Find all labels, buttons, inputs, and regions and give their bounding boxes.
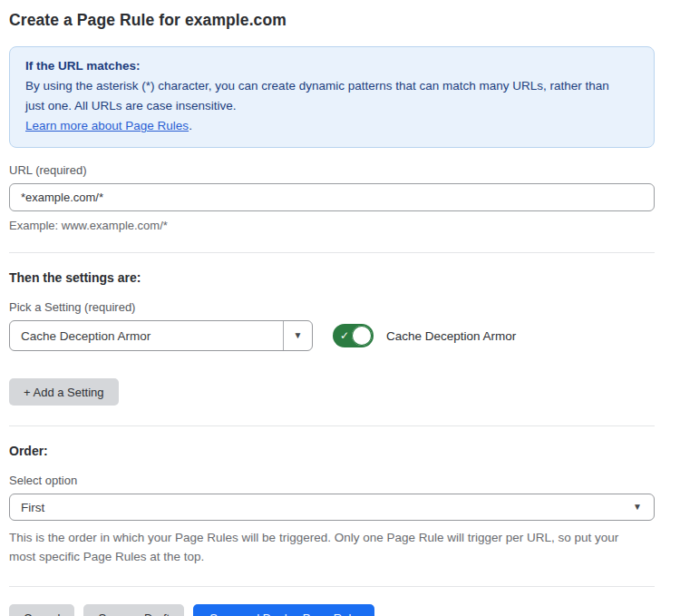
order-select-value: First [10, 501, 633, 514]
toggle-knob [352, 326, 372, 346]
pick-setting-label: Pick a Setting (required) [9, 300, 655, 314]
url-field-label: URL (required) [9, 163, 655, 177]
info-box-body: By using the asterisk (*) character, you… [25, 76, 624, 116]
setting-select-arrow-section[interactable]: ▼ [283, 321, 312, 350]
chevron-down-icon: ▼ [294, 331, 303, 340]
chevron-down-icon: ▼ [633, 503, 654, 512]
learn-more-link[interactable]: Learn more about Page Rules [25, 119, 189, 132]
footer-actions: Cancel Save as Draft Save and Deploy Pag… [9, 604, 655, 616]
order-select[interactable]: First ▼ [9, 494, 655, 521]
setting-select-value: Cache Deception Armor [10, 329, 283, 343]
divider [9, 586, 655, 587]
link-suffix: . [189, 119, 192, 132]
save-as-draft-button[interactable]: Save as Draft [83, 604, 184, 616]
toggle-label: Cache Deception Armor [386, 329, 516, 343]
settings-section-heading: Then the settings are: [9, 270, 655, 285]
cache-deception-armor-toggle[interactable]: ✓ [333, 324, 374, 347]
checkmark-icon: ✓ [340, 329, 349, 342]
url-example-helper: Example: www.example.com/* [9, 219, 655, 232]
order-select-label: Select option [9, 474, 655, 487]
cancel-button[interactable]: Cancel [9, 604, 74, 616]
divider [9, 425, 655, 426]
order-section-heading: Order: [9, 444, 655, 458]
setting-row: Cache Deception Armor ▼ ✓ Cache Deceptio… [9, 320, 655, 351]
url-match-info-box: If the URL matches: By using the asteris… [9, 46, 655, 148]
url-input[interactable] [9, 183, 655, 211]
save-and-deploy-button[interactable]: Save and Deploy Page Rule [193, 604, 374, 616]
info-box-link-line: Learn more about Page Rules. [25, 116, 638, 136]
create-page-rule-form: Create a Page Rule for example.com If th… [0, 0, 680, 616]
order-helper-text: This is the order in which your Page Rul… [9, 528, 648, 566]
add-setting-button[interactable]: + Add a Setting [9, 378, 119, 406]
divider [9, 252, 655, 253]
page-title: Create a Page Rule for example.com [9, 11, 655, 30]
info-box-heading: If the URL matches: [25, 56, 638, 76]
setting-select[interactable]: Cache Deception Armor ▼ [9, 320, 313, 351]
